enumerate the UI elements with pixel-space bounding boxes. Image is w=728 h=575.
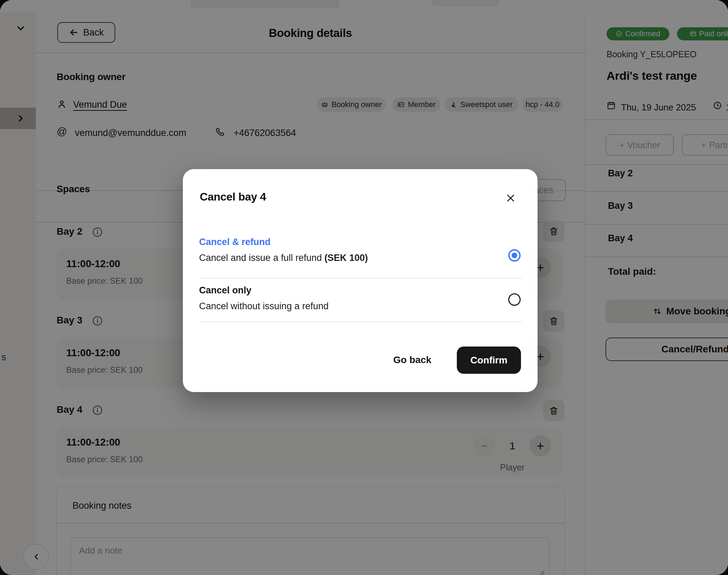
app-canvas: s Back Booking details Booking owner Vem…: [0, 0, 728, 575]
desc-amount: (SEK 100): [324, 253, 368, 263]
desc-text: Cancel and issue a full refund: [199, 253, 324, 263]
option-cancel-refund-title[interactable]: Cancel & refund: [199, 237, 270, 247]
confirm-button[interactable]: Confirm: [457, 347, 521, 374]
cancel-bay-dialog: Cancel bay 4 Cancel & refund Cancel and …: [183, 169, 538, 392]
go-back-button[interactable]: Go back: [385, 350, 440, 370]
dialog-title: Cancel bay 4: [200, 191, 266, 203]
option-divider: [199, 278, 522, 279]
option-cancel-only-desc: Cancel without issuing a refund: [199, 301, 328, 312]
close-icon: [505, 192, 517, 204]
close-button[interactable]: [504, 191, 518, 205]
radio-cancel-refund[interactable]: [508, 249, 521, 262]
option-divider: [199, 321, 522, 322]
option-cancel-refund-desc: Cancel and issue a full refund (SEK 100): [199, 253, 368, 263]
radio-cancel-only[interactable]: [508, 293, 521, 306]
option-cancel-only-title[interactable]: Cancel only: [199, 285, 252, 296]
